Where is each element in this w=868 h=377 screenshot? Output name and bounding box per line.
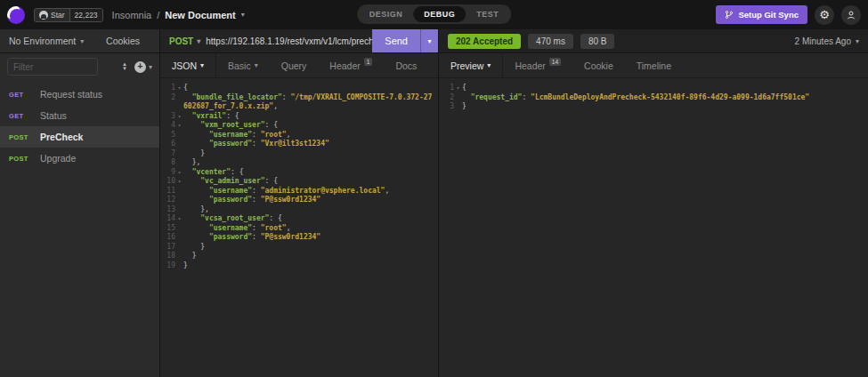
filter-input[interactable] — [7, 58, 98, 76]
code-text: } — [183, 149, 438, 159]
url-input[interactable]: https://192.168.1.19/rest/vxm/v1/lcm/pre… — [206, 36, 372, 46]
method-selector[interactable]: POST ▾ — [160, 36, 206, 46]
chevron-down-icon: ▾ — [856, 37, 859, 45]
tab-test[interactable]: TEST — [466, 6, 509, 22]
line-gutter: 11 — [160, 187, 183, 197]
code-text: } — [183, 261, 438, 271]
request-body-editor[interactable]: 1▾{2 "bundle_file_locator": "/tmp/VXRAIL… — [160, 78, 438, 377]
code-text: } — [462, 102, 868, 112]
response-tab-timeline[interactable]: Timeline — [625, 53, 683, 77]
fold-spacer — [175, 149, 183, 159]
github-star-count[interactable]: 22,223 — [69, 9, 102, 21]
github-icon — [39, 11, 48, 20]
settings-button[interactable]: ⚙ — [815, 5, 834, 25]
cookies-button[interactable]: Cookies — [106, 36, 140, 46]
fold-spacer — [454, 93, 462, 103]
line-gutter: 1▾ — [160, 84, 183, 93]
tab-debug[interactable]: DEBUG — [413, 6, 466, 22]
send-button-group: Send ▾ — [372, 29, 438, 52]
code-text: { — [183, 84, 438, 93]
status-badge: 202 Accepted — [448, 34, 521, 49]
github-star-widget[interactable]: Star 22,223 — [34, 8, 103, 22]
sidebar-item-precheck[interactable]: POSTPreCheck — [0, 126, 159, 148]
line-gutter: 13 — [160, 205, 183, 215]
response-tab-cookie[interactable]: Cookie — [572, 53, 625, 77]
fold-caret-icon[interactable]: ▾ — [175, 121, 183, 131]
fold-spacer — [175, 205, 183, 215]
line-gutter: 16 — [160, 233, 183, 243]
sidebar-item-request-status[interactable]: GETRequest status — [0, 84, 159, 105]
response-tabbar: Preview▾Header14CookieTimeline — [439, 53, 868, 78]
main-area: ▲▼ + ▾ GETRequest statusGETStatusPOSTPre… — [0, 53, 868, 377]
chevron-down-icon: ▾ — [255, 61, 258, 69]
fold-spacer — [175, 158, 183, 168]
github-star-button[interactable]: Star — [35, 9, 69, 21]
account-button[interactable] — [841, 5, 861, 25]
request-tab-query[interactable]: Query — [270, 53, 319, 77]
line-number: 14 — [166, 214, 175, 224]
url-bar: POST ▾ https://192.168.1.19/rest/vxm/v1/… — [160, 29, 439, 52]
line-number: 10 — [166, 177, 175, 187]
method-tag: POST — [9, 155, 32, 163]
sidebar-item-upgrade[interactable]: POSTUpgrade — [0, 148, 159, 169]
fold-spacer — [175, 224, 183, 234]
code-line: 1▾{ — [439, 84, 868, 93]
plus-icon: + — [134, 61, 146, 73]
tab-design[interactable]: DESIGN — [359, 6, 414, 22]
line-gutter: 18 — [160, 252, 183, 261]
environment-label: No Environment — [9, 36, 76, 46]
top-bar-left: Star 22,223 Insomnia / New Document ▾ — [7, 6, 245, 24]
code-text: "password": "Vxr@ilt3st1234" — [183, 140, 438, 149]
setup-git-sync-button[interactable]: Setup Git Sync — [716, 5, 807, 24]
response-history-dropdown[interactable]: 2 Minutes Ago ▾ — [795, 36, 859, 46]
line-gutter: 2 — [160, 93, 183, 112]
tab-label: JSON — [172, 60, 197, 71]
fold-caret-icon[interactable]: ▾ — [175, 168, 183, 178]
line-number: 11 — [166, 187, 175, 197]
fold-caret-icon[interactable]: ▾ — [454, 84, 462, 93]
response-tab-preview[interactable]: Preview▾ — [439, 53, 503, 77]
add-request-button[interactable]: + ▾ — [134, 61, 152, 73]
line-number: 13 — [166, 205, 175, 215]
fold-spacer — [175, 261, 183, 271]
code-text: } — [183, 252, 438, 261]
line-gutter: 3▾ — [160, 112, 183, 122]
sort-icon[interactable]: ▲▼ — [122, 62, 127, 71]
request-tab-json[interactable]: JSON▾ — [160, 53, 216, 77]
response-pane: Preview▾Header14CookieTimeline 1▾{2 "req… — [439, 53, 868, 377]
send-button[interactable]: Send — [372, 29, 420, 52]
fold-spacer — [175, 233, 183, 243]
line-gutter: 4▾ — [160, 121, 183, 131]
line-number: 17 — [166, 243, 175, 253]
line-gutter: 14▾ — [160, 214, 183, 224]
fold-spacer — [454, 102, 462, 112]
code-text: "vxrail": { — [183, 112, 438, 122]
request-tab-basic[interactable]: Basic▾ — [216, 53, 270, 77]
fold-spacer — [175, 252, 183, 261]
code-text: "bundle_file_locator": "/tmp/VXRAIL_COMP… — [183, 93, 438, 112]
response-time-badge: 470 ms — [528, 34, 573, 49]
request-tab-header[interactable]: Header1 — [318, 53, 384, 77]
code-line: 5 "username": "root", — [160, 131, 438, 140]
response-body-viewer[interactable]: 1▾{2 "request_id": "LcmBundleDeployAndPr… — [439, 78, 868, 377]
chevron-down-icon: ▾ — [80, 37, 84, 45]
fold-caret-icon[interactable]: ▾ — [175, 177, 183, 187]
send-options-button[interactable]: ▾ — [420, 29, 438, 52]
request-pane: JSON▾Basic▾QueryHeader1Docs 1▾{2 "bundle… — [160, 53, 439, 377]
code-line: 10▾ "vc_admin_user": { — [160, 177, 438, 187]
fold-caret-icon[interactable]: ▾ — [175, 84, 183, 93]
git-branch-icon — [725, 10, 734, 20]
sidebar-item-status[interactable]: GETStatus — [0, 105, 159, 126]
line-gutter: 8 — [160, 158, 183, 168]
environment-selector[interactable]: No Environment ▾ — [9, 36, 84, 46]
request-tab-docs[interactable]: Docs — [384, 53, 428, 77]
chevron-down-icon[interactable]: ▾ — [241, 11, 245, 19]
code-line: 6 "password": "Vxr@ilt3st1234" — [160, 140, 438, 149]
line-gutter: 3 — [439, 102, 462, 112]
fold-caret-icon[interactable]: ▾ — [175, 214, 183, 224]
mode-tabs: DESIGNDEBUGTEST — [357, 4, 512, 24]
breadcrumb-document[interactable]: New Document — [165, 10, 235, 20]
insomnia-logo — [7, 6, 25, 24]
fold-caret-icon[interactable]: ▾ — [175, 112, 183, 122]
response-tab-header[interactable]: Header14 — [503, 53, 572, 77]
